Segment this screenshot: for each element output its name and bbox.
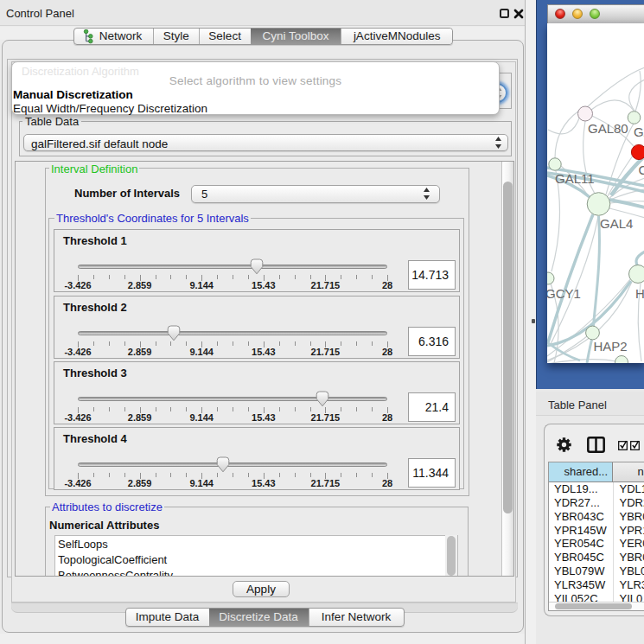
svg-text:C: C bbox=[639, 163, 644, 177]
svg-text:GAL80: GAL80 bbox=[588, 121, 628, 136]
svg-text:GCY1: GCY1 bbox=[547, 286, 581, 301]
svg-text:GAL11: GAL11 bbox=[555, 171, 595, 186]
svg-text:GAL4: GAL4 bbox=[600, 216, 633, 231]
svg-text:GA: GA bbox=[634, 124, 644, 139]
svg-text:H: H bbox=[635, 286, 644, 301]
svg-text:HAP2: HAP2 bbox=[594, 339, 628, 354]
